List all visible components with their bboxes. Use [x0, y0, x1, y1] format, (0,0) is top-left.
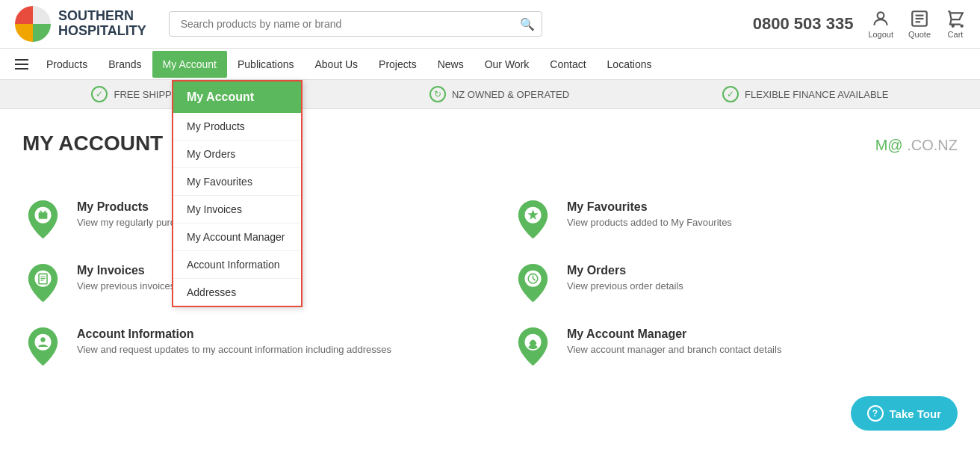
hamburger-menu[interactable]: [15, 59, 28, 70]
my-products-icon: [22, 200, 63, 241]
nav: Products Brands My Account Publications …: [0, 49, 980, 80]
search-input[interactable]: [169, 11, 542, 37]
account-information-text: Account Information View and request upd…: [77, 327, 391, 355]
dropdown-item-my-invoices[interactable]: My Invoices: [173, 196, 301, 224]
email-suffix: .CO.NZ: [907, 137, 958, 153]
banner-item-nz: ↻ NZ OWNED & OPERATED: [429, 86, 569, 102]
my-favourites-icon: [512, 200, 553, 241]
dropdown-item-my-account-manager[interactable]: My Account Manager: [173, 224, 301, 251]
my-orders-text: My Orders View previous order details: [567, 264, 683, 292]
finance-icon: ✓: [722, 86, 739, 102]
account-item-my-orders[interactable]: My Orders View previous order details: [512, 264, 958, 305]
nav-item-my-account[interactable]: My Account: [152, 51, 227, 78]
dropdown-item-my-orders[interactable]: My Orders: [173, 141, 301, 168]
svg-point-0: [878, 12, 884, 19]
nav-item-products[interactable]: Products: [36, 51, 98, 78]
account-item-my-favourites[interactable]: My Favourites View products added to My …: [512, 200, 958, 241]
account-grid: My Products View my regularly purch... M…: [22, 200, 958, 369]
dropdown-item-my-products[interactable]: My Products: [173, 113, 301, 141]
svg-point-6: [961, 25, 963, 27]
nav-item-projects[interactable]: Projects: [368, 51, 427, 78]
my-account-manager-icon: [512, 327, 553, 369]
svg-point-23: [40, 337, 45, 342]
nav-item-publications[interactable]: Publications: [227, 51, 305, 78]
header: SOUTHERN HOSPITALITY 🔍 0800 503 335 Logo…: [0, 0, 980, 49]
search-icon: 🔍: [520, 17, 535, 31]
nav-item-about-us[interactable]: About Us: [304, 51, 368, 78]
quote-button[interactable]: Quote: [908, 9, 931, 39]
header-icons: Logout Quote Cart: [868, 9, 965, 39]
main-content: MY ACCOUNT M@ .CO.NZ My Products View my…: [0, 109, 980, 391]
nav-item-locations[interactable]: Locations: [597, 51, 663, 78]
dropdown-header: My Account: [173, 81, 301, 113]
account-item-account-information[interactable]: Account Information View and request upd…: [22, 327, 468, 369]
phone-number: 0800 503 335: [753, 14, 854, 34]
logo[interactable]: SOUTHERN HOSPITALITY: [15, 6, 146, 42]
search-bar: 🔍: [169, 11, 542, 37]
shipping-icon: ✓: [91, 86, 108, 102]
promo-banner: ✓ FREE SHIPPING FOR ONLINE OR... ↻ NZ OW…: [0, 80, 980, 109]
dropdown-item-addresses[interactable]: Addresses: [173, 279, 301, 306]
nz-icon: ↻: [429, 86, 446, 102]
logo-icon: [15, 6, 51, 42]
nav-item-news[interactable]: News: [427, 51, 474, 78]
email-prefix: M@: [875, 137, 903, 153]
logout-button[interactable]: Logout: [868, 9, 893, 39]
email-hint: M@ .CO.NZ: [875, 137, 958, 154]
nav-item-brands[interactable]: Brands: [98, 51, 152, 78]
nav-item-contact[interactable]: Contact: [539, 51, 596, 78]
banner-item-finance: ✓ FLEXIBLE FINANCE AVAILABLE: [722, 86, 888, 102]
svg-point-5: [952, 25, 954, 27]
account-dropdown: My Account My Products My Orders My Favo…: [172, 80, 303, 307]
dropdown-item-my-favourites[interactable]: My Favourites: [173, 168, 301, 196]
page-title: MY ACCOUNT: [22, 132, 163, 155]
account-dropdown-menu: My Account My Products My Orders My Favo…: [172, 80, 303, 307]
account-information-icon: [22, 327, 63, 369]
my-orders-icon: [512, 264, 553, 305]
svg-rect-8: [38, 212, 48, 219]
header-right: 0800 503 335 Logout Quote: [753, 9, 965, 39]
my-invoices-icon: [22, 264, 63, 305]
my-favourites-text: My Favourites View products added to My …: [567, 200, 732, 228]
logo-text: SOUTHERN HOSPITALITY: [58, 9, 146, 39]
my-account-manager-text: My Account Manager View account manager …: [567, 327, 781, 355]
account-item-my-account-manager[interactable]: My Account Manager View account manager …: [512, 327, 958, 369]
nav-item-our-work[interactable]: Our Work: [474, 51, 540, 78]
cart-button[interactable]: Cart: [946, 9, 965, 39]
dropdown-item-account-information[interactable]: Account Information: [173, 251, 301, 279]
